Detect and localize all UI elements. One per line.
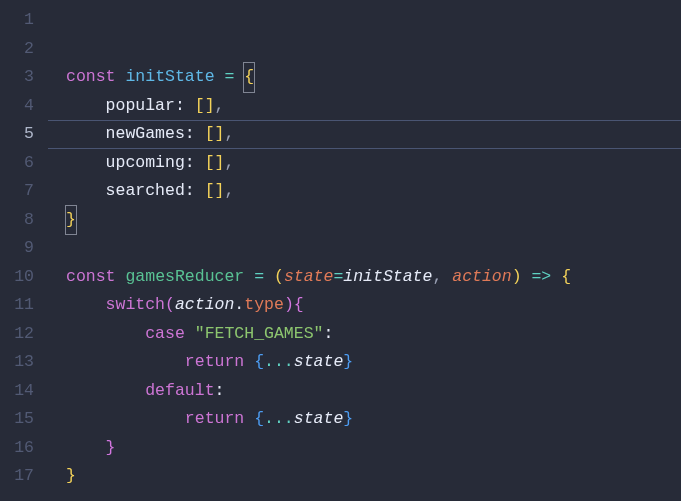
tok-prop: type (244, 295, 284, 314)
tok-punct: , (224, 153, 234, 172)
indent (66, 124, 106, 143)
tok-kw-switch: switch (106, 295, 165, 314)
code-line[interactable]: searched: [], (48, 177, 681, 206)
indent (66, 295, 106, 314)
code-line[interactable]: switch(action.type){ (48, 291, 681, 320)
tok-punct: , (432, 267, 442, 286)
code-editor[interactable]: 1234567891011121314151617 const initStat… (0, 0, 681, 501)
indent (66, 153, 106, 172)
tok-varuse: action (175, 295, 234, 314)
tok-kw-default: default (145, 381, 214, 400)
line-number: 16 (0, 434, 48, 463)
tok-space (551, 267, 561, 286)
line-number: 8 (0, 206, 48, 235)
tok-brace-p: } (106, 438, 116, 457)
tok-space (244, 267, 254, 286)
line-number: 1 (0, 6, 48, 35)
code-line[interactable] (48, 234, 681, 263)
tok-brace-b: } (343, 352, 353, 371)
code-line[interactable]: return {...state} (48, 348, 681, 377)
tok-space (116, 67, 126, 86)
indent (66, 381, 145, 400)
line-number-gutter: 1234567891011121314151617 (0, 0, 48, 501)
indent (66, 96, 106, 115)
tok-space (185, 324, 195, 343)
tok-punct2: : (215, 381, 225, 400)
code-line[interactable]: const gamesReducer = (state=initState, a… (48, 263, 681, 292)
code-line[interactable]: upcoming: [], (48, 149, 681, 178)
tok-punct2: : (175, 96, 185, 115)
indent (66, 352, 185, 371)
tok-prop-ni: newGames (106, 124, 185, 143)
tok-brace-y: } (66, 466, 76, 485)
tok-punct: , (224, 124, 234, 143)
tok-brace-b: } (343, 409, 353, 428)
line-number: 6 (0, 149, 48, 178)
tok-punct2: : (323, 324, 333, 343)
tok-brace-y: ) (512, 267, 522, 286)
code-line[interactable]: newGames: [], (48, 120, 681, 149)
tok-prop-ni: upcoming (106, 153, 185, 172)
tok-bracket-y: [] (205, 124, 225, 143)
tok-ident: initState (125, 67, 214, 86)
indent (66, 438, 106, 457)
code-line[interactable]: } (48, 434, 681, 463)
tok-prop-ni: searched (106, 181, 185, 200)
tok-prop-ni: popular (106, 96, 175, 115)
line-number: 10 (0, 263, 48, 292)
code-line[interactable]: popular: [], (48, 92, 681, 121)
code-line[interactable]: } (48, 462, 681, 491)
tok-varuse: initState (343, 267, 432, 286)
code-line[interactable]: const initState = { (48, 63, 681, 92)
tok-space (244, 352, 254, 371)
tok-op: = (333, 267, 343, 286)
tok-kw-return: return (185, 352, 244, 371)
line-number: 3 (0, 63, 48, 92)
tok-op: ... (264, 352, 294, 371)
tok-brace-y: } (65, 205, 77, 236)
indent (66, 181, 106, 200)
tok-param: state (284, 267, 334, 286)
tok-bracket-y: [] (205, 181, 225, 200)
line-number: 12 (0, 320, 48, 349)
tok-string: "FETCH_GAMES" (195, 324, 324, 343)
tok-space (244, 409, 254, 428)
line-number: 5 (0, 120, 48, 149)
tok-op: => (531, 267, 551, 286)
tok-space (442, 267, 452, 286)
line-number: 14 (0, 377, 48, 406)
code-line[interactable]: case "FETCH_GAMES": (48, 320, 681, 349)
tok-punct2: : (185, 181, 195, 200)
code-line[interactable] (48, 491, 681, 502)
tok-brace-y: ( (274, 267, 284, 286)
line-number: 13 (0, 348, 48, 377)
tok-brace-y: { (561, 267, 571, 286)
tok-fname: gamesReducer (125, 267, 244, 286)
line-number: 9 (0, 234, 48, 263)
indent (66, 409, 185, 428)
tok-brace-p: { (294, 295, 304, 314)
tok-punct: , (224, 181, 234, 200)
tok-punct2: : (185, 153, 195, 172)
code-line[interactable]: } (48, 206, 681, 235)
tok-brace-p: ) (284, 295, 294, 314)
tok-op: = (254, 267, 264, 286)
tok-punct2: : (185, 124, 195, 143)
tok-brace-b: { (254, 409, 264, 428)
tok-space (116, 267, 126, 286)
line-number: 17 (0, 462, 48, 491)
tok-brace-b: { (254, 352, 264, 371)
tok-kw-case: case (145, 324, 185, 343)
tok-space (215, 67, 225, 86)
tok-brace-p: ( (165, 295, 175, 314)
code-area[interactable]: const initState = { popular: [], newGame… (48, 0, 681, 501)
tok-op: = (224, 67, 234, 86)
code-line[interactable]: default: (48, 377, 681, 406)
code-line[interactable]: return {...state} (48, 405, 681, 434)
tok-varuse: state (294, 409, 344, 428)
tok-param: action (452, 267, 511, 286)
tok-space (195, 124, 205, 143)
tok-space (264, 267, 274, 286)
line-number: 15 (0, 405, 48, 434)
tok-kw-const: const (66, 67, 116, 86)
